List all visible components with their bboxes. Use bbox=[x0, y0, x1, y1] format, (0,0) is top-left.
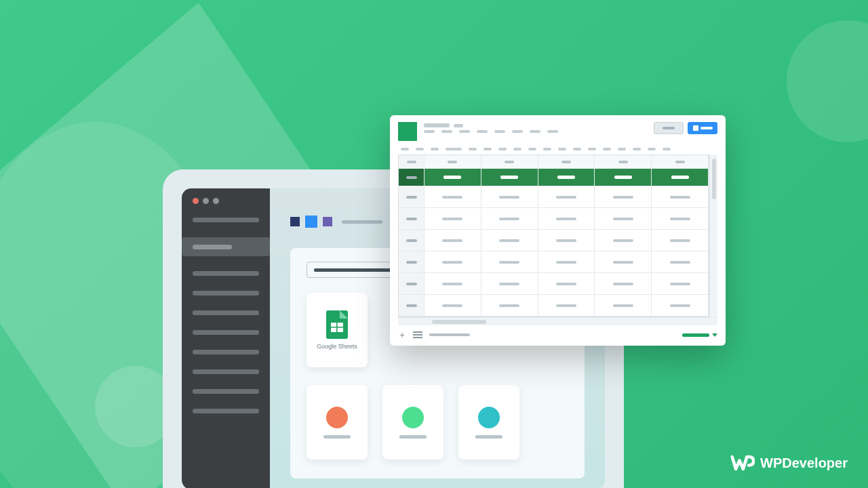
toolbar-item[interactable] bbox=[484, 148, 492, 150]
toolbar-item[interactable] bbox=[663, 148, 671, 150]
toolbar-item[interactable] bbox=[498, 148, 507, 150]
row-header[interactable] bbox=[399, 169, 425, 186]
toolbar-item[interactable] bbox=[469, 148, 477, 150]
cell[interactable] bbox=[595, 208, 652, 229]
cell[interactable] bbox=[652, 186, 709, 207]
row-header[interactable] bbox=[399, 186, 425, 207]
sidebar-item[interactable] bbox=[193, 330, 259, 335]
doc-star-icon[interactable] bbox=[454, 124, 463, 127]
cell[interactable] bbox=[425, 251, 481, 272]
toolbar-item[interactable] bbox=[648, 148, 656, 150]
row-header[interactable] bbox=[399, 295, 425, 316]
cell[interactable] bbox=[425, 230, 481, 251]
toolbar-item[interactable] bbox=[558, 148, 566, 150]
cell[interactable] bbox=[481, 251, 538, 272]
cell[interactable] bbox=[481, 155, 538, 168]
menu-item[interactable] bbox=[441, 130, 452, 133]
cell[interactable] bbox=[538, 208, 595, 229]
sidebar-item[interactable] bbox=[193, 310, 259, 315]
sidebar-item[interactable] bbox=[193, 369, 259, 374]
menu-item[interactable] bbox=[477, 130, 488, 133]
menu-item[interactable] bbox=[424, 130, 435, 133]
toolbar-item[interactable] bbox=[573, 148, 581, 150]
cell[interactable] bbox=[652, 230, 709, 251]
cell[interactable] bbox=[652, 155, 709, 168]
toolbar-item[interactable] bbox=[603, 148, 611, 150]
integration-card[interactable] bbox=[458, 385, 519, 460]
cell[interactable] bbox=[481, 295, 538, 316]
share-button[interactable] bbox=[688, 122, 717, 134]
toolbar-item[interactable] bbox=[416, 148, 424, 150]
cell[interactable] bbox=[425, 208, 481, 229]
cell[interactable] bbox=[481, 169, 538, 186]
toolbar-item[interactable] bbox=[431, 148, 439, 150]
row-header[interactable] bbox=[399, 230, 425, 251]
toolbar-item[interactable] bbox=[633, 148, 641, 150]
row-header[interactable] bbox=[399, 208, 425, 229]
cell[interactable] bbox=[538, 273, 595, 294]
toolbar-item[interactable] bbox=[513, 148, 521, 150]
cell[interactable] bbox=[481, 208, 538, 229]
toolbar-item[interactable] bbox=[588, 148, 596, 150]
cell[interactable] bbox=[481, 186, 538, 207]
sidebar-item[interactable] bbox=[193, 389, 259, 394]
cell[interactable] bbox=[595, 273, 652, 294]
cell[interactable] bbox=[425, 186, 481, 207]
cell[interactable] bbox=[538, 155, 595, 168]
step-dot[interactable] bbox=[290, 217, 300, 226]
cell[interactable] bbox=[652, 295, 709, 316]
cell[interactable] bbox=[652, 208, 709, 229]
row-header[interactable] bbox=[399, 251, 425, 272]
add-sheet-button[interactable]: + bbox=[398, 329, 406, 340]
integration-card[interactable] bbox=[307, 385, 368, 460]
row-header[interactable] bbox=[399, 155, 425, 168]
cell[interactable] bbox=[595, 169, 652, 186]
cell[interactable] bbox=[481, 230, 538, 251]
menu-item[interactable] bbox=[459, 130, 470, 133]
cell[interactable] bbox=[425, 295, 481, 316]
cell[interactable] bbox=[425, 169, 481, 186]
integration-card-google-sheets[interactable]: Google Sheets bbox=[307, 293, 368, 367]
row-header[interactable] bbox=[399, 273, 425, 294]
sidebar-item[interactable] bbox=[193, 218, 259, 222]
sidebar-item[interactable] bbox=[193, 350, 259, 354]
integration-card[interactable] bbox=[382, 385, 443, 460]
doc-title-placeholder[interactable] bbox=[424, 123, 450, 127]
toolbar-item[interactable] bbox=[543, 148, 551, 150]
cell[interactable] bbox=[595, 155, 652, 168]
sheet-tab[interactable] bbox=[429, 333, 470, 336]
cell[interactable] bbox=[538, 251, 595, 272]
all-sheets-button[interactable] bbox=[413, 331, 422, 338]
sidebar-item[interactable] bbox=[193, 409, 259, 413]
cell[interactable] bbox=[595, 295, 652, 316]
step-dot[interactable] bbox=[323, 217, 332, 226]
toolbar-item[interactable] bbox=[528, 148, 536, 150]
comments-button[interactable] bbox=[654, 122, 684, 134]
vertical-scrollbar[interactable] bbox=[709, 155, 717, 317]
cell[interactable] bbox=[652, 273, 709, 294]
sidebar-item[interactable] bbox=[193, 271, 259, 276]
horizontal-scrollbar[interactable] bbox=[398, 317, 717, 325]
cell[interactable] bbox=[538, 230, 595, 251]
menu-item[interactable] bbox=[494, 130, 505, 133]
cell[interactable] bbox=[652, 251, 709, 272]
step-dot-active[interactable] bbox=[305, 216, 317, 228]
cell[interactable] bbox=[652, 169, 709, 186]
menu-item[interactable] bbox=[530, 130, 540, 133]
cell[interactable] bbox=[595, 230, 652, 251]
spreadsheet-grid[interactable] bbox=[398, 155, 709, 317]
toolbar-item[interactable] bbox=[618, 148, 626, 150]
cell[interactable] bbox=[481, 273, 538, 294]
cell[interactable] bbox=[595, 251, 652, 272]
sidebar-item-active[interactable] bbox=[182, 237, 270, 256]
cell[interactable] bbox=[538, 169, 595, 186]
cell[interactable] bbox=[595, 186, 652, 207]
toolbar-item[interactable] bbox=[446, 148, 462, 150]
menu-item[interactable] bbox=[547, 130, 558, 133]
toolbar-item[interactable] bbox=[401, 148, 409, 150]
cell[interactable] bbox=[538, 186, 595, 207]
cell[interactable] bbox=[538, 295, 595, 316]
explore-button[interactable] bbox=[682, 333, 709, 337]
menu-item[interactable] bbox=[512, 130, 523, 133]
sidebar-item[interactable] bbox=[193, 291, 259, 296]
